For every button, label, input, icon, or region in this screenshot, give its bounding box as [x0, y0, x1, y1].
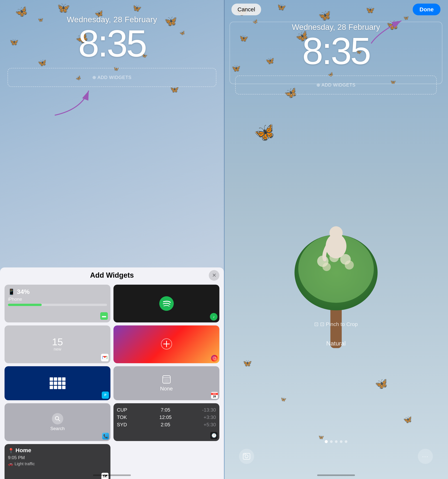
instagram-app-badge: [211, 355, 218, 362]
bottom-action-row: ···: [224, 449, 448, 464]
close-icon: ✕: [212, 272, 216, 278]
spotify-app-badge: ♪: [210, 313, 217, 320]
dot-4[interactable]: [340, 440, 343, 443]
right-home-indicator: [317, 474, 355, 476]
svg-rect-28: [243, 453, 250, 459]
svg-point-24: [323, 263, 331, 271]
widget-grid: 📱 34% iPhone ▬: [5, 285, 219, 479]
car-icon: 🚗: [8, 461, 13, 466]
none-calendar-badge: WED 28: [211, 392, 218, 399]
spotify-widget[interactable]: ♪: [113, 285, 219, 322]
battery-app-icon: ▬: [102, 313, 106, 319]
dot-3[interactable]: [335, 440, 337, 443]
more-icon: ···: [422, 453, 428, 459]
clock-app-badge: 🕐: [210, 432, 217, 439]
pinch-to-crop-hint: ⊡ ⊡ Pinch to Crop: [224, 321, 448, 327]
dot-5[interactable]: [345, 440, 347, 443]
qr-grid: [50, 377, 66, 389]
gmail-widget[interactable]: 15 new: [5, 326, 111, 363]
filter-name-label: Natural: [224, 340, 448, 347]
phone-icon: 📱: [8, 288, 15, 295]
bottom-controls: ···: [224, 440, 448, 464]
svg-rect-10: [164, 379, 169, 383]
search-widget-label: Search: [50, 426, 65, 431]
maps-widget[interactable]: 📍 Home 9:05 PM 🚗 Light traffic 🗺: [5, 444, 111, 479]
maps-traffic: 🚗 Light traffic: [8, 461, 107, 466]
gmail-app-badge: [101, 354, 109, 361]
add-widgets-sheet: Add Widgets ✕ 📱 34% iPhone ▬: [0, 267, 224, 479]
calendar-icon-none: [162, 375, 171, 384]
home-pin-icon: 📍: [8, 448, 14, 454]
none-widget-label: None: [160, 386, 173, 392]
gmail-icon: [102, 356, 107, 359]
butterfly-on-tree: 🦋: [252, 120, 277, 145]
battery-widget[interactable]: 📱 34% iPhone ▬: [5, 285, 111, 322]
sheet-title: Add Widgets: [90, 271, 134, 279]
crop-icon: ⊡: [314, 321, 320, 327]
cancel-button[interactable]: Cancel: [231, 4, 261, 15]
svg-point-27: [329, 226, 343, 240]
dot-1[interactable]: [325, 440, 328, 443]
clock-row-cup: CUP 7:05 -13:30: [117, 406, 216, 414]
left-phone-panel: 🦋 🦋 🦋 🦋 🦋 🦋 🦋 🦋 🦋 🦋 🦋 🦋 🦋 🦋 Wednesday, 2…: [0, 0, 224, 479]
maps-destination: Home: [15, 447, 31, 453]
dot-2[interactable]: [330, 440, 333, 443]
panel-divider: [224, 0, 225, 479]
photo-icon: [243, 453, 250, 460]
search-phone-badge: 📞: [102, 433, 109, 439]
clock-row-syd: SYD 2:05 +5:30: [117, 421, 216, 428]
paytm-widget[interactable]: P: [5, 366, 111, 400]
paytm-app-badge: P: [102, 392, 109, 399]
gmail-new-label: new: [54, 347, 61, 352]
spotify-logo-icon: [159, 296, 174, 311]
more-options-button[interactable]: ···: [418, 449, 433, 464]
left-lock-time: 8:35: [0, 25, 224, 62]
sheet-header: Add Widgets ✕: [5, 271, 219, 279]
battery-device-label: iPhone: [8, 297, 107, 302]
search-widget[interactable]: Search 📞: [5, 403, 111, 441]
close-sheet-button[interactable]: ✕: [209, 270, 219, 281]
left-home-indicator: [93, 474, 131, 476]
svg-line-12: [58, 419, 60, 421]
gmail-new-count: 15: [52, 337, 63, 347]
search-icon-circle: [52, 413, 63, 424]
svg-point-29: [245, 455, 248, 458]
right-phone-panel: 🦋 🦋 🦋 🦋 🦋 🦋 🦋 🦋 🦋 🦋 🦋 🦋 🦋 🦋 🦋 🦋 🦋 🦋 🦋 🦋 …: [224, 0, 448, 479]
left-add-widgets-btn[interactable]: ⊕ ADD WIDGETS: [7, 68, 216, 87]
right-lock-time: 8:35: [224, 32, 448, 70]
battery-bar-fill: [8, 304, 42, 306]
dots-row: [325, 440, 347, 443]
maps-eta: 9:05 PM: [8, 455, 107, 460]
svg-point-7: [215, 357, 216, 358]
wallpaper-art-area: 🦋: [224, 104, 448, 422]
svg-point-6: [214, 358, 215, 359]
instagram-plus-icon: [161, 338, 172, 350]
worldclock-widget[interactable]: CUP 7:05 -13:30 TOK 12:05 +3:30 SYD 2:05…: [113, 403, 219, 441]
add-widgets-label: ⊕ ADD WIDGETS: [92, 75, 132, 80]
right-top-bar: Cancel Done: [224, 0, 448, 19]
done-button[interactable]: Done: [413, 4, 441, 15]
instagram-widget[interactable]: [113, 326, 219, 363]
right-add-widgets-btn[interactable]: ⊕ ADD WIDGETS: [235, 76, 437, 94]
battery-app-badge: ▬: [100, 312, 108, 320]
none-widget[interactable]: None WED 28: [113, 366, 219, 400]
clock-row-tok: TOK 12:05 +3:30: [117, 414, 216, 421]
battery-percent: 34%: [17, 288, 30, 295]
battery-bar-bg: [8, 304, 107, 306]
svg-point-25: [345, 260, 354, 270]
photo-gallery-button[interactable]: [239, 449, 254, 464]
search-icon: [54, 415, 61, 422]
